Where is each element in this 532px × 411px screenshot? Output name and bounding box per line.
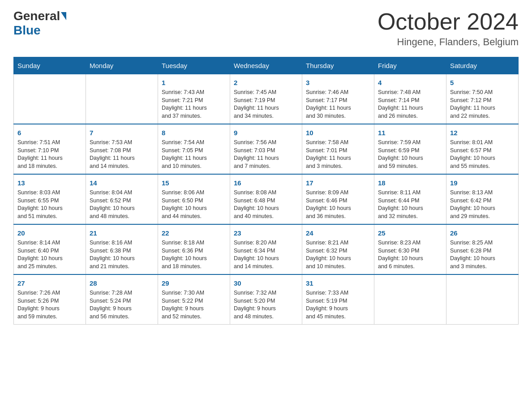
weekday-header-thursday: Thursday <box>302 57 374 74</box>
calendar-cell: 10Sunrise: 7:58 AMSunset: 7:01 PMDayligh… <box>302 124 374 174</box>
calendar-cell: 27Sunrise: 7:26 AMSunset: 5:26 PMDayligh… <box>14 274 86 325</box>
calendar-cell: 7Sunrise: 7:53 AMSunset: 7:08 PMDaylight… <box>86 124 158 174</box>
calendar-cell: 1Sunrise: 7:43 AMSunset: 7:21 PMDaylight… <box>158 74 230 124</box>
day-info: Sunrise: 7:26 AMSunset: 5:26 PMDaylight:… <box>17 289 82 321</box>
day-number: 20 <box>17 228 82 238</box>
calendar-cell: 23Sunrise: 8:20 AMSunset: 6:34 PMDayligh… <box>230 224 302 274</box>
day-number: 31 <box>306 278 370 288</box>
calendar-cell: 16Sunrise: 8:08 AMSunset: 6:48 PMDayligh… <box>230 174 302 224</box>
day-number: 21 <box>90 228 154 238</box>
calendar-cell: 20Sunrise: 8:14 AMSunset: 6:40 PMDayligh… <box>14 224 86 274</box>
weekday-header-tuesday: Tuesday <box>158 57 230 74</box>
day-number: 29 <box>162 278 226 288</box>
day-info: Sunrise: 7:30 AMSunset: 5:22 PMDaylight:… <box>162 289 226 321</box>
day-number: 22 <box>162 228 226 238</box>
day-number: 11 <box>378 128 442 137</box>
day-info: Sunrise: 7:33 AMSunset: 5:19 PMDaylight:… <box>306 289 370 321</box>
day-number: 8 <box>162 128 226 137</box>
day-number: 19 <box>450 178 515 188</box>
day-number: 25 <box>378 228 442 238</box>
day-info: Sunrise: 7:51 AMSunset: 7:10 PMDaylight:… <box>17 139 82 170</box>
day-info: Sunrise: 8:20 AMSunset: 6:34 PMDaylight:… <box>234 239 298 270</box>
day-number: 13 <box>17 178 82 188</box>
day-info: Sunrise: 7:58 AMSunset: 7:01 PMDaylight:… <box>306 139 370 170</box>
title-section: October 2024 Hingene, Flanders, Belgium <box>378 9 519 48</box>
calendar-cell <box>446 274 519 325</box>
calendar-cell <box>86 74 158 124</box>
calendar-cell: 19Sunrise: 8:13 AMSunset: 6:42 PMDayligh… <box>446 174 519 224</box>
day-number: 5 <box>450 78 515 87</box>
calendar-week-row: 20Sunrise: 8:14 AMSunset: 6:40 PMDayligh… <box>14 224 519 274</box>
calendar-cell: 18Sunrise: 8:11 AMSunset: 6:44 PMDayligh… <box>374 174 446 224</box>
day-number: 1 <box>162 78 226 87</box>
day-number: 3 <box>306 78 370 87</box>
calendar-week-row: 27Sunrise: 7:26 AMSunset: 5:26 PMDayligh… <box>14 274 519 325</box>
day-info: Sunrise: 7:54 AMSunset: 7:05 PMDaylight:… <box>162 139 226 170</box>
day-number: 14 <box>90 178 154 188</box>
day-info: Sunrise: 7:50 AMSunset: 7:12 PMDaylight:… <box>450 89 515 120</box>
weekday-header-wednesday: Wednesday <box>230 57 302 74</box>
calendar-cell <box>374 274 446 325</box>
calendar-cell: 22Sunrise: 8:18 AMSunset: 6:36 PMDayligh… <box>158 224 230 274</box>
day-number: 28 <box>90 278 154 288</box>
day-info: Sunrise: 8:04 AMSunset: 6:52 PMDaylight:… <box>90 189 154 220</box>
day-info: Sunrise: 8:11 AMSunset: 6:44 PMDaylight:… <box>378 189 442 220</box>
day-number: 15 <box>162 178 226 188</box>
logo-arrow-icon <box>61 12 66 20</box>
day-number: 9 <box>234 128 298 137</box>
weekday-header-friday: Friday <box>374 57 446 74</box>
calendar-cell: 8Sunrise: 7:54 AMSunset: 7:05 PMDaylight… <box>158 124 230 174</box>
calendar-week-row: 6Sunrise: 7:51 AMSunset: 7:10 PMDaylight… <box>14 124 519 174</box>
calendar-cell <box>14 74 86 124</box>
calendar-cell: 2Sunrise: 7:45 AMSunset: 7:19 PMDaylight… <box>230 74 302 124</box>
calendar-cell: 9Sunrise: 7:56 AMSunset: 7:03 PMDaylight… <box>230 124 302 174</box>
calendar-cell: 15Sunrise: 8:06 AMSunset: 6:50 PMDayligh… <box>158 174 230 224</box>
calendar-cell: 25Sunrise: 8:23 AMSunset: 6:30 PMDayligh… <box>374 224 446 274</box>
day-info: Sunrise: 7:28 AMSunset: 5:24 PMDaylight:… <box>90 289 154 321</box>
day-number: 24 <box>306 228 370 238</box>
day-info: Sunrise: 8:23 AMSunset: 6:30 PMDaylight:… <box>378 239 442 270</box>
day-number: 26 <box>450 228 515 238</box>
day-number: 2 <box>234 78 298 87</box>
day-info: Sunrise: 7:56 AMSunset: 7:03 PMDaylight:… <box>234 139 298 170</box>
calendar-week-row: 13Sunrise: 8:03 AMSunset: 6:55 PMDayligh… <box>14 174 519 224</box>
calendar-cell: 6Sunrise: 7:51 AMSunset: 7:10 PMDaylight… <box>14 124 86 174</box>
calendar-cell: 3Sunrise: 7:46 AMSunset: 7:17 PMDaylight… <box>302 74 374 124</box>
day-info: Sunrise: 8:16 AMSunset: 6:38 PMDaylight:… <box>90 239 154 270</box>
day-info: Sunrise: 8:09 AMSunset: 6:46 PMDaylight:… <box>306 189 370 220</box>
day-info: Sunrise: 8:25 AMSunset: 6:28 PMDaylight:… <box>450 239 515 270</box>
calendar-cell: 11Sunrise: 7:59 AMSunset: 6:59 PMDayligh… <box>374 124 446 174</box>
day-info: Sunrise: 8:18 AMSunset: 6:36 PMDaylight:… <box>162 239 226 270</box>
calendar-cell: 14Sunrise: 8:04 AMSunset: 6:52 PMDayligh… <box>86 174 158 224</box>
weekday-header-saturday: Saturday <box>446 57 519 74</box>
calendar-cell: 30Sunrise: 7:32 AMSunset: 5:20 PMDayligh… <box>230 274 302 325</box>
day-number: 6 <box>17 128 82 137</box>
day-number: 10 <box>306 128 370 137</box>
weekday-header-sunday: Sunday <box>14 57 86 74</box>
page-header: General Blue October 2024 Hingene, Fland… <box>13 9 519 48</box>
day-number: 27 <box>17 278 82 288</box>
day-number: 12 <box>450 128 515 137</box>
day-info: Sunrise: 7:32 AMSunset: 5:20 PMDaylight:… <box>234 289 298 321</box>
calendar-cell: 21Sunrise: 8:16 AMSunset: 6:38 PMDayligh… <box>86 224 158 274</box>
day-info: Sunrise: 8:08 AMSunset: 6:48 PMDaylight:… <box>234 189 298 220</box>
day-info: Sunrise: 7:43 AMSunset: 7:21 PMDaylight:… <box>162 89 226 120</box>
logo[interactable]: General Blue <box>13 9 67 38</box>
day-info: Sunrise: 8:01 AMSunset: 6:57 PMDaylight:… <box>450 139 515 170</box>
calendar-cell: 12Sunrise: 8:01 AMSunset: 6:57 PMDayligh… <box>446 124 519 174</box>
day-number: 23 <box>234 228 298 238</box>
day-info: Sunrise: 8:21 AMSunset: 6:32 PMDaylight:… <box>306 239 370 270</box>
day-info: Sunrise: 7:53 AMSunset: 7:08 PMDaylight:… <box>90 139 154 170</box>
day-info: Sunrise: 7:59 AMSunset: 6:59 PMDaylight:… <box>378 139 442 170</box>
day-info: Sunrise: 8:06 AMSunset: 6:50 PMDaylight:… <box>162 189 226 220</box>
calendar-week-row: 1Sunrise: 7:43 AMSunset: 7:21 PMDaylight… <box>14 74 519 124</box>
day-info: Sunrise: 7:48 AMSunset: 7:14 PMDaylight:… <box>378 89 442 120</box>
day-info: Sunrise: 7:45 AMSunset: 7:19 PMDaylight:… <box>234 89 298 120</box>
day-number: 18 <box>378 178 442 188</box>
calendar-cell: 4Sunrise: 7:48 AMSunset: 7:14 PMDaylight… <box>374 74 446 124</box>
day-info: Sunrise: 8:13 AMSunset: 6:42 PMDaylight:… <box>450 189 515 220</box>
calendar-cell: 24Sunrise: 8:21 AMSunset: 6:32 PMDayligh… <box>302 224 374 274</box>
logo-general-text: General <box>13 9 60 23</box>
calendar-cell: 17Sunrise: 8:09 AMSunset: 6:46 PMDayligh… <box>302 174 374 224</box>
calendar-cell: 5Sunrise: 7:50 AMSunset: 7:12 PMDaylight… <box>446 74 519 124</box>
